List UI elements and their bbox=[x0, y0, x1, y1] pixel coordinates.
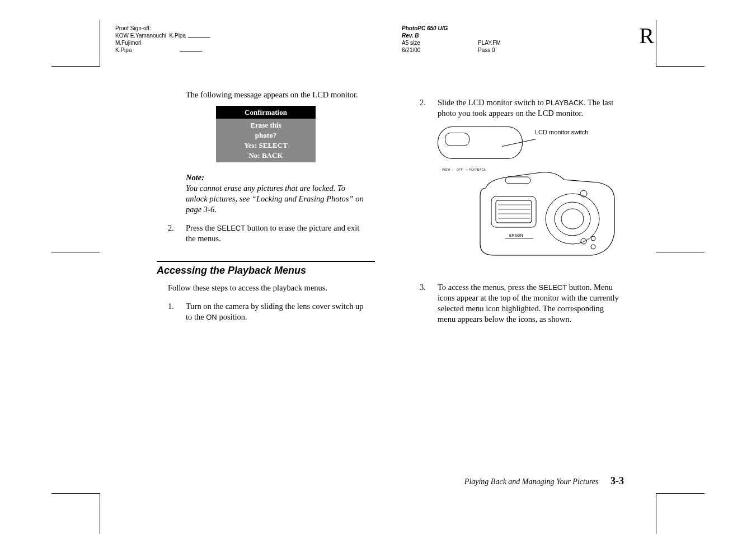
page-number: 3-3 bbox=[611, 475, 624, 486]
proof-line: K.Pipa bbox=[115, 46, 210, 54]
crop-mark bbox=[100, 20, 100, 67]
note-body: You cannot erase any pictures that are l… bbox=[186, 183, 364, 215]
doc-info-block: PhotoPC 650 U/G Rev. B A5 sizePLAY.FM 6/… bbox=[402, 25, 501, 54]
crop-mark bbox=[51, 252, 100, 252]
body-text: The following message appears on the LCD… bbox=[186, 90, 375, 100]
confirmation-dialog-illustration: Confirmation Erase this photo? Yes: SELE… bbox=[216, 106, 316, 162]
proof-line: Proof Sign-off: bbox=[115, 25, 210, 32]
svg-point-7 bbox=[581, 238, 586, 244]
proof-line: KOW E.Yamanouchi K.Pipa bbox=[115, 32, 210, 39]
page-content: The following message appears on the LCD… bbox=[157, 90, 627, 459]
dialog-body: Erase this photo? Yes: SELECT No: BACK bbox=[216, 119, 316, 162]
camera-svg-icon: EPSON bbox=[475, 166, 620, 264]
right-column: 2.Slide the LCD monitor switch to PLAYBA… bbox=[408, 90, 627, 459]
svg-text:EPSON: EPSON bbox=[509, 233, 523, 237]
body-text: Follow these steps to access the playbac… bbox=[168, 283, 375, 293]
step-item: 2.Press the SELECT button to erase the p… bbox=[168, 223, 375, 244]
lcd-switch-closeup bbox=[438, 127, 523, 159]
footer-title: Playing Back and Managing Your Pictures bbox=[464, 477, 599, 486]
crop-mark bbox=[656, 493, 656, 534]
section-rule bbox=[157, 261, 375, 262]
left-column: The following message appears on the LCD… bbox=[157, 90, 375, 459]
svg-point-1 bbox=[555, 202, 590, 236]
crop-mark bbox=[656, 252, 705, 252]
callout-label: LCD monitor switch bbox=[535, 129, 588, 136]
dialog-title: Confirmation bbox=[216, 106, 316, 119]
svg-point-2 bbox=[561, 209, 584, 229]
svg-point-8 bbox=[591, 236, 595, 241]
doc-size: A5 size bbox=[402, 39, 478, 46]
crop-mark bbox=[656, 20, 656, 67]
doc-title: PhotoPC 650 U/G bbox=[402, 25, 501, 32]
camera-illustration: VIEW ○ OFF ○ PLAYBACK LCD monitor switch bbox=[438, 127, 627, 272]
page-side-marker: R bbox=[639, 22, 654, 49]
proof-signoff-block: Proof Sign-off: KOW E.Yamanouchi K.Pipa … bbox=[115, 25, 210, 54]
crop-mark bbox=[656, 66, 705, 67]
doc-file: PLAY.FM bbox=[478, 39, 501, 46]
svg-rect-5 bbox=[505, 177, 530, 184]
crop-mark bbox=[51, 66, 100, 67]
proof-line: M.Fujimori bbox=[115, 39, 210, 46]
doc-pass: Pass 0 bbox=[478, 46, 495, 54]
svg-point-9 bbox=[591, 245, 595, 249]
doc-rev: Rev. B bbox=[402, 32, 501, 39]
svg-rect-4 bbox=[496, 200, 532, 223]
section-heading: Accessing the Playback Menus bbox=[157, 265, 375, 276]
crop-mark bbox=[100, 493, 100, 534]
camera-body-drawing: EPSON bbox=[475, 166, 620, 264]
step-item: 1.Turn on the camera by sliding the lens… bbox=[168, 301, 375, 322]
note-heading: Note: bbox=[186, 172, 375, 183]
step-item: 3.To access the menus, press the SELECT … bbox=[420, 282, 627, 325]
crop-mark bbox=[656, 493, 705, 494]
step-item: 2.Slide the LCD monitor switch to PLAYBA… bbox=[420, 97, 627, 119]
doc-date: 6/21/00 bbox=[402, 46, 478, 54]
page-footer: Playing Back and Managing Your Pictures … bbox=[464, 475, 624, 487]
crop-mark bbox=[51, 493, 100, 494]
svg-point-0 bbox=[546, 194, 599, 244]
